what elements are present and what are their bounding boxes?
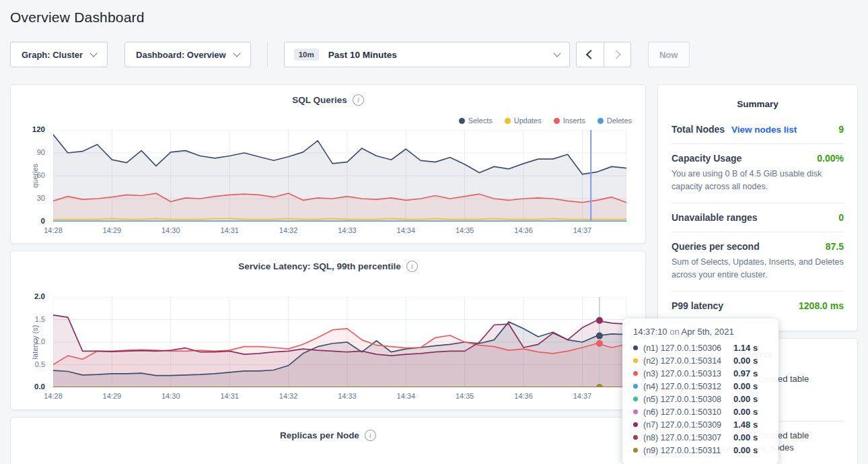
graph-dropdown-label: Graph: Cluster: [22, 50, 83, 60]
tooltip-node-name: (n9) 127.0.0.1:50311: [643, 446, 733, 455]
graph-dropdown[interactable]: Graph: Cluster: [10, 42, 108, 67]
view-nodes-list-link[interactable]: View nodes list: [731, 125, 797, 135]
legend-dot-icon: [505, 118, 511, 124]
chevron-down-icon: [553, 49, 560, 57]
info-icon[interactable]: i: [406, 261, 418, 272]
tooltip-row: (n9) 127.0.0.1:503110.00 s: [633, 444, 768, 457]
tooltip-node-value: 1.14 s: [733, 343, 758, 353]
legend-item: Deletes: [598, 117, 632, 125]
tooltip-row: (n4) 127.0.0.1:503120.00 s: [633, 380, 768, 393]
info-icon[interactable]: i: [365, 430, 376, 441]
x-axis-tick: 14:30: [151, 392, 191, 400]
tooltip-node-name: (n5) 127.0.0.1:50308: [643, 395, 733, 404]
qps-description: Sum of Selects, Updates, Inserts, and De…: [672, 256, 844, 282]
service-latency-card: Service Latency: SQL, 99th percentile i …: [10, 251, 646, 410]
node-series-dot-icon: [633, 409, 638, 414]
x-axis-tick: 14:33: [327, 392, 367, 400]
x-axis-tick: 14:32: [268, 392, 309, 400]
node-series-dot-icon: [633, 345, 638, 350]
time-prev-button[interactable]: [577, 42, 604, 67]
total-nodes-label: Total Nodes: [672, 124, 725, 135]
unavailable-ranges-value: 0: [838, 212, 844, 223]
chevron-right-icon: [612, 50, 621, 59]
tooltip-node-value: 1.48 s: [733, 420, 758, 430]
y-axis-label: queries: [31, 164, 39, 188]
node-series-dot-icon: [633, 371, 638, 376]
chart-plot-area[interactable]: [53, 297, 626, 387]
chart-plot-area[interactable]: [53, 130, 626, 222]
y-axis-tick: 1.5: [17, 315, 45, 323]
node-series-dot-icon: [633, 358, 638, 363]
qps-value: 87.5: [826, 241, 844, 252]
dashboard-dropdown[interactable]: Dashboard: Overview: [124, 42, 251, 67]
node-series-dot-icon: [633, 448, 638, 453]
chevron-left-icon: [586, 50, 595, 59]
summary-row-capacity: Capacity Usage 0.00% You are using 0 B o…: [672, 143, 844, 203]
tooltip-row: (n7) 127.0.0.1:503091.48 s: [633, 418, 768, 431]
legend-dot-icon: [459, 118, 465, 124]
time-next-button[interactable]: [604, 42, 630, 67]
chart-title: SQL Queries: [292, 95, 347, 105]
sql-queries-card: SQL Queries i SelectsUpdatesInsertsDelet…: [10, 84, 646, 244]
p99-latency-label: P99 latency: [672, 300, 723, 311]
y-axis-tick: 2.0: [17, 292, 45, 300]
x-axis-tick: 14:28: [33, 392, 73, 400]
tooltip-node-name: (n2) 127.0.0.1:50314: [643, 356, 733, 366]
legend-label: Deletes: [607, 117, 632, 125]
tooltip-node-name: (n3) 127.0.0.1:50313: [643, 369, 733, 378]
chart-hover-tooltip: 14:37:10 on Apr 5th, 2021 (n1) 127.0.0.1…: [622, 319, 779, 464]
summary-panel: Summary Total Nodes View nodes list 9 Ca…: [657, 84, 858, 331]
unavailable-ranges-label: Unavailable ranges: [672, 212, 758, 223]
tooltip-node-name: (n1) 127.0.0.1:50306: [643, 343, 733, 353]
tooltip-row: (n5) 127.0.0.1:503080.00 s: [633, 393, 768, 405]
legend-item: Inserts: [554, 117, 585, 125]
x-axis-tick: 14:29: [92, 226, 132, 234]
tooltip-node-value: 0.00 s: [733, 356, 758, 366]
overview-dashboard-page: Overview Dashboard Graph: Cluster Dashbo…: [0, 0, 868, 464]
tooltip-node-value: 0.00 s: [733, 445, 758, 455]
x-axis-tick: 14:30: [151, 226, 191, 234]
p99-latency-value: 1208.0 ms: [799, 300, 844, 311]
chart-legend: SelectsUpdatesInsertsDeletes: [459, 117, 632, 125]
time-range-badge: 10m: [294, 48, 319, 61]
tooltip-node-name: (n8) 127.0.0.1:50307: [643, 433, 733, 442]
chevron-down-icon: [89, 49, 97, 57]
x-axis-tick: 14:33: [327, 226, 367, 234]
legend-item: Updates: [505, 117, 542, 125]
x-axis-tick: 14:32: [268, 226, 309, 234]
now-button[interactable]: Now: [648, 42, 690, 67]
tooltip-timestamp: 14:37:10 on Apr 5th, 2021: [633, 327, 768, 337]
time-range-label: Past 10 Minutes: [328, 50, 546, 60]
tooltip-node-value: 0.00 s: [733, 381, 758, 391]
chart-title: Service Latency: SQL, 99th percentile: [238, 261, 401, 271]
replicas-per-node-card: Replicas per Node i: [10, 417, 646, 464]
dashboard-dropdown-label: Dashboard: Overview: [136, 50, 226, 60]
time-range-picker[interactable]: 10m Past 10 Minutes: [284, 42, 570, 67]
tooltip-row: (n1) 127.0.0.1:503061.14 s: [633, 341, 768, 354]
tooltip-node-name: (n6) 127.0.0.1:50310: [643, 407, 733, 417]
summary-row-total-nodes: Total Nodes View nodes list 9: [672, 115, 844, 143]
x-axis-tick: 14:31: [209, 226, 250, 234]
qps-label: Queries per second: [672, 241, 760, 252]
summary-row-p99-latency: P99 latency 1208.0 ms: [672, 291, 844, 320]
tooltip-node-value: 0.97 s: [733, 368, 758, 378]
x-axis-tick: 14:36: [503, 226, 544, 234]
legend-label: Selects: [468, 117, 493, 125]
y-axis-tick: 0: [17, 217, 45, 225]
x-axis-tick: 14:36: [503, 392, 544, 400]
y-axis-label: latency (s): [31, 325, 39, 360]
y-axis-tick: 30: [17, 194, 45, 202]
tooltip-row: (n6) 127.0.0.1:503100.00 s: [633, 405, 768, 418]
toolbar: Graph: Cluster Dashboard: Overview 10m P…: [10, 42, 858, 67]
tooltip-row: (n2) 127.0.0.1:503140.00 s: [633, 354, 768, 367]
tooltip-node-value: 0.00 s: [733, 432, 758, 442]
tooltip-node-value: 0.00 s: [733, 394, 758, 404]
toolbar-divider: [267, 42, 268, 67]
chart-title-row: Replicas per Node i: [11, 430, 645, 441]
tooltip-row: (n8) 127.0.0.1:503070.00 s: [633, 431, 768, 444]
y-axis-tick: 90: [17, 148, 45, 156]
y-axis-tick: 0.5: [17, 360, 45, 368]
x-axis-tick: 14:29: [92, 392, 132, 400]
capacity-usage-description: You are using 0 B of 4.5 GiB usable disk…: [672, 168, 844, 194]
info-icon[interactable]: i: [353, 94, 364, 106]
